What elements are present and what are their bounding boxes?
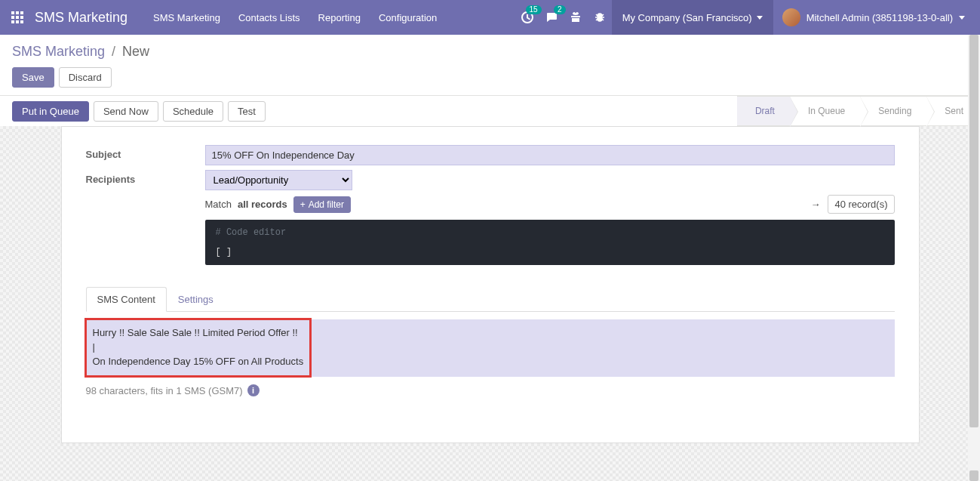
highlight-annotation: Hurry !! Sale Sale Sale !! Limited Perio… bbox=[84, 318, 312, 378]
form-sheet: Subject Recipients Lead/Opportunity Matc… bbox=[61, 126, 920, 443]
sms-char-counter: 98 characters, fits in 1 SMS (GSM7) i bbox=[86, 384, 895, 396]
company-switcher[interactable]: My Company (San Francisco) bbox=[612, 0, 773, 35]
svg-rect-5 bbox=[20, 16, 23, 19]
vertical-scrollbar[interactable] bbox=[968, 35, 980, 481]
nav-links: SMS Marketing Contacts Lists Reporting C… bbox=[146, 8, 444, 28]
svg-rect-6 bbox=[11, 20, 14, 23]
action-bar: Put in Queue Send Now Schedule Test Draf… bbox=[0, 96, 980, 126]
recipients-select[interactable]: Lead/Opportunity bbox=[205, 170, 352, 190]
caret-down-icon bbox=[757, 16, 763, 20]
code-body: [ ] bbox=[216, 247, 884, 257]
save-button[interactable]: Save bbox=[12, 67, 54, 88]
caret-down-icon bbox=[959, 16, 965, 20]
put-in-queue-button[interactable]: Put in Queue bbox=[12, 101, 89, 122]
nav-link-contacts-lists[interactable]: Contacts Lists bbox=[231, 8, 308, 28]
statusbar: Draft In Queue Sending Sent bbox=[737, 96, 980, 126]
arrow-right-icon: → bbox=[810, 199, 820, 210]
sms-body-field[interactable]: Hurry !! Sale Sale Sale !! Limited Perio… bbox=[86, 319, 895, 377]
nav-link-reporting[interactable]: Reporting bbox=[311, 8, 368, 28]
subject-input[interactable] bbox=[205, 145, 895, 165]
bug-icon[interactable] bbox=[588, 5, 612, 29]
status-draft[interactable]: Draft bbox=[737, 96, 790, 126]
tab-sms-content[interactable]: SMS Content bbox=[86, 287, 167, 312]
svg-rect-4 bbox=[16, 16, 19, 19]
record-count[interactable]: 40 record(s) bbox=[828, 195, 894, 214]
tab-bar: SMS Content Settings bbox=[86, 286, 895, 312]
subject-label: Subject bbox=[86, 145, 205, 160]
activity-icon[interactable]: 15 bbox=[515, 5, 539, 29]
test-button[interactable]: Test bbox=[228, 101, 266, 122]
svg-rect-3 bbox=[11, 16, 14, 19]
scrollbar-down-icon[interactable] bbox=[969, 470, 978, 481]
breadcrumb: SMS Marketing / New bbox=[12, 44, 968, 60]
domain-code-editor[interactable]: # Code editor [ ] bbox=[205, 220, 895, 265]
avatar bbox=[782, 8, 800, 26]
user-menu[interactable]: Mitchell Admin (3851198-13-0-all) bbox=[773, 0, 974, 35]
info-icon[interactable]: i bbox=[247, 384, 260, 396]
nav-link-sms-marketing[interactable]: SMS Marketing bbox=[146, 8, 228, 28]
gift-icon[interactable] bbox=[564, 5, 588, 29]
discuss-icon[interactable]: 2 bbox=[539, 5, 564, 29]
svg-rect-2 bbox=[20, 11, 23, 14]
top-navbar: SMS Marketing SMS Marketing Contacts Lis… bbox=[0, 0, 980, 35]
breadcrumb-parent[interactable]: SMS Marketing bbox=[12, 44, 105, 59]
sheet-background: Subject Recipients Lead/Opportunity Matc… bbox=[0, 126, 980, 481]
plus-icon: + bbox=[300, 199, 306, 210]
discard-button[interactable]: Discard bbox=[59, 67, 112, 88]
status-sending[interactable]: Sending bbox=[860, 96, 926, 126]
tab-settings[interactable]: Settings bbox=[167, 287, 225, 312]
control-panel: SMS Marketing / New Save Discard bbox=[0, 35, 980, 96]
add-filter-button[interactable]: + Add filter bbox=[293, 196, 351, 213]
code-comment: # Code editor bbox=[216, 227, 884, 238]
scrollbar-thumb[interactable] bbox=[969, 35, 978, 427]
breadcrumb-sep: / bbox=[112, 44, 115, 59]
schedule-button[interactable]: Schedule bbox=[163, 101, 223, 122]
app-brand[interactable]: SMS Marketing bbox=[35, 10, 146, 26]
recipients-label: Recipients bbox=[86, 170, 205, 185]
apps-icon[interactable] bbox=[6, 6, 29, 29]
send-now-button[interactable]: Send Now bbox=[94, 101, 158, 122]
nav-link-configuration[interactable]: Configuration bbox=[371, 8, 444, 28]
svg-rect-7 bbox=[16, 20, 19, 23]
svg-rect-8 bbox=[20, 20, 23, 23]
status-in-queue[interactable]: In Queue bbox=[790, 96, 860, 126]
svg-rect-0 bbox=[11, 11, 14, 14]
match-prefix: Match bbox=[205, 199, 232, 210]
match-all-records: all records bbox=[238, 199, 287, 210]
breadcrumb-current: New bbox=[122, 44, 149, 59]
svg-rect-1 bbox=[16, 11, 19, 14]
user-name: Mitchell Admin (3851198-13-0-all) bbox=[806, 12, 953, 23]
company-name: My Company (San Francisco) bbox=[622, 12, 752, 23]
